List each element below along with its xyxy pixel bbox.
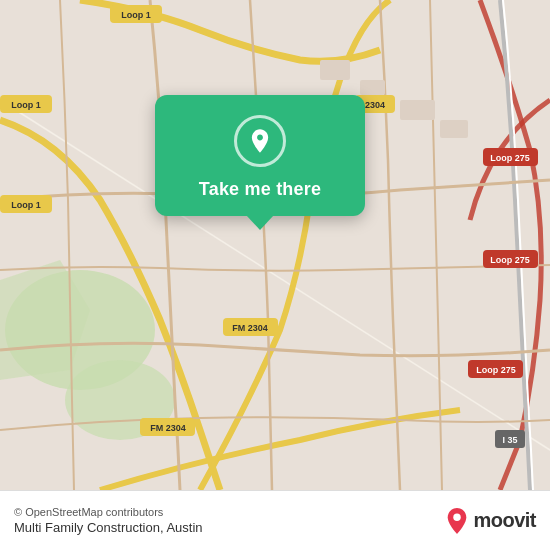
moovit-text: moovit xyxy=(473,509,536,532)
moovit-logo: moovit xyxy=(446,508,536,534)
svg-text:Loop 275: Loop 275 xyxy=(490,255,530,265)
svg-rect-5 xyxy=(320,60,350,80)
map-container: Loop 1 Loop 1 Loop 1 2304 FM 2304 FM 230… xyxy=(0,0,550,490)
svg-text:Loop 275: Loop 275 xyxy=(476,365,516,375)
copyright-text: © OpenStreetMap contributors xyxy=(14,506,203,518)
location-name: Multi Family Construction, Austin xyxy=(14,520,203,535)
svg-text:Loop 1: Loop 1 xyxy=(11,200,41,210)
svg-rect-7 xyxy=(400,100,435,120)
svg-text:FM 2304: FM 2304 xyxy=(232,323,268,333)
svg-text:I 35: I 35 xyxy=(502,435,517,445)
take-me-there-label: Take me there xyxy=(199,179,321,200)
map-background: Loop 1 Loop 1 Loop 1 2304 FM 2304 FM 230… xyxy=(0,0,550,490)
svg-point-29 xyxy=(454,513,461,520)
svg-rect-8 xyxy=(440,120,468,138)
svg-text:FM 2304: FM 2304 xyxy=(150,423,186,433)
svg-text:2304: 2304 xyxy=(365,100,385,110)
location-pin-icon xyxy=(246,127,274,155)
svg-text:Loop 1: Loop 1 xyxy=(121,10,151,20)
take-me-there-popup[interactable]: Take me there xyxy=(155,95,365,216)
bottom-bar: © OpenStreetMap contributors Multi Famil… xyxy=(0,490,550,550)
svg-text:Loop 275: Loop 275 xyxy=(490,153,530,163)
svg-text:Loop 1: Loop 1 xyxy=(11,100,41,110)
moovit-pin-icon xyxy=(446,508,468,534)
svg-rect-6 xyxy=(360,80,385,95)
pin-icon-wrapper xyxy=(234,115,286,167)
